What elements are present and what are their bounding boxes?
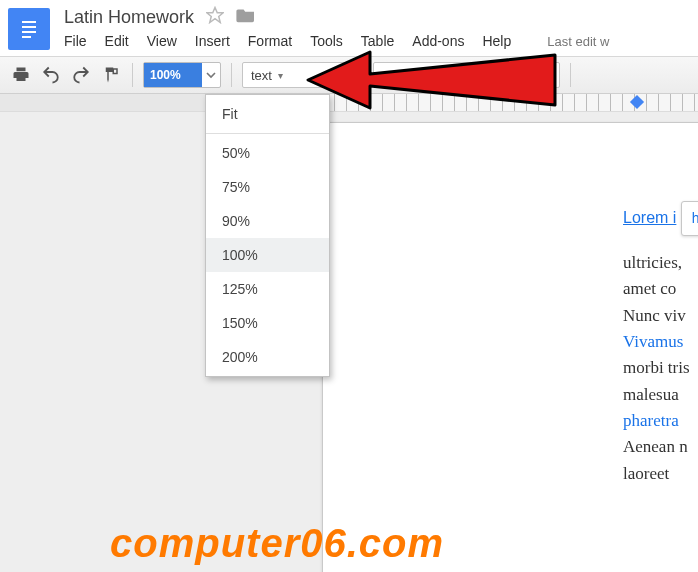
print-button[interactable]: [6, 61, 36, 89]
zoom-option-100[interactable]: 100%: [206, 238, 329, 272]
chevron-down-icon: ▾: [540, 70, 545, 81]
menu-file[interactable]: File: [64, 33, 87, 49]
paragraph-style-label: text: [251, 68, 272, 83]
toolbar: 100% text ▾ Arial ▾ 11 ▾: [0, 56, 698, 94]
chevron-down-icon: ▾: [414, 70, 419, 81]
toolbar-separator: [132, 63, 133, 87]
horizontal-ruler[interactable]: [0, 94, 698, 112]
zoom-combo[interactable]: 100%: [143, 62, 221, 88]
link-url-popover[interactable]: http://: [681, 201, 698, 236]
menu-separator: [206, 133, 329, 134]
zoom-option-200[interactable]: 200%: [206, 340, 329, 374]
text-line: malesua: [623, 382, 698, 408]
svg-marker-5: [207, 8, 224, 23]
menu-addons[interactable]: Add-ons: [412, 33, 464, 49]
paragraph-style-combo[interactable]: text ▾: [242, 62, 352, 88]
menu-help[interactable]: Help: [482, 33, 511, 49]
text-line: ultricies,: [623, 250, 698, 276]
text-line: pharetra: [623, 408, 698, 434]
document-title[interactable]: Latin Homework: [64, 7, 194, 28]
svg-rect-4: [22, 36, 31, 38]
font-family-label: Arial: [382, 68, 408, 83]
docs-app-icon[interactable]: [8, 8, 50, 50]
chevron-down-icon: ▾: [278, 70, 283, 81]
zoom-option-90[interactable]: 90%: [206, 204, 329, 238]
font-size-combo[interactable]: 11 ▾: [504, 62, 560, 88]
text-line: morbi tris: [623, 355, 698, 381]
text-line: Aenean n: [623, 434, 698, 460]
document-canvas: Lorem i http:// ultricies, amet co Nunc …: [0, 112, 698, 572]
svg-rect-2: [22, 26, 36, 28]
document-page[interactable]: Lorem i http:// ultricies, amet co Nunc …: [322, 122, 698, 572]
menu-bar: File Edit View Insert Format Tools Table…: [64, 33, 690, 49]
toolbar-separator: [362, 63, 363, 87]
zoom-dropdown-menu: Fit 50% 75% 90% 100% 125% 150% 200%: [205, 94, 330, 377]
zoom-value[interactable]: 100%: [144, 63, 202, 87]
text-line: laoreet: [623, 461, 698, 487]
last-edit-label[interactable]: Last edit w: [547, 34, 609, 49]
text-line: Nunc viv: [623, 303, 698, 329]
svg-rect-1: [22, 21, 36, 23]
menu-table[interactable]: Table: [361, 33, 394, 49]
menu-tools[interactable]: Tools: [310, 33, 343, 49]
zoom-option-75[interactable]: 75%: [206, 170, 329, 204]
redo-button[interactable]: [66, 61, 96, 89]
toolbar-separator: [231, 63, 232, 87]
menu-insert[interactable]: Insert: [195, 33, 230, 49]
undo-button[interactable]: [36, 61, 66, 89]
zoom-option-50[interactable]: 50%: [206, 136, 329, 170]
menu-view[interactable]: View: [147, 33, 177, 49]
toolbar-separator: [570, 63, 571, 87]
menu-edit[interactable]: Edit: [105, 33, 129, 49]
document-body-text[interactable]: ultricies, amet co Nunc viv Vivamus morb…: [623, 250, 698, 487]
text-line: Vivamus: [623, 329, 698, 355]
toolbar-separator: [493, 63, 494, 87]
zoom-option-125[interactable]: 125%: [206, 272, 329, 306]
document-hyperlink[interactable]: Lorem i: [623, 209, 676, 226]
chevron-down-icon[interactable]: [202, 70, 220, 80]
text-line: amet co: [623, 276, 698, 302]
zoom-option-fit[interactable]: Fit: [206, 97, 329, 131]
star-icon[interactable]: [206, 6, 224, 29]
font-size-value: 11: [519, 68, 533, 83]
paint-format-button[interactable]: [96, 61, 126, 89]
svg-rect-3: [22, 31, 36, 33]
svg-rect-0: [18, 15, 40, 43]
zoom-option-150[interactable]: 150%: [206, 306, 329, 340]
folder-icon[interactable]: [236, 7, 256, 28]
menu-format[interactable]: Format: [248, 33, 292, 49]
font-family-combo[interactable]: Arial ▾: [373, 62, 483, 88]
